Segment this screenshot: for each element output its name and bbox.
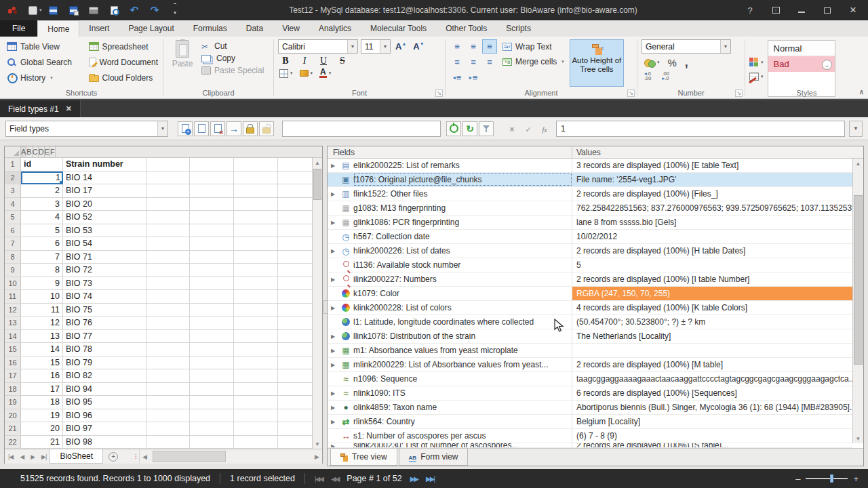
- cell-e[interactable]: [234, 304, 278, 317]
- cell-a[interactable]: 13: [21, 330, 63, 344]
- style-preset[interactable]: Normal: [768, 41, 835, 56]
- font-dialog-launcher[interactable]: ↘: [435, 89, 443, 97]
- accept-formula-button[interactable]: [521, 121, 536, 136]
- cell-d[interactable]: [190, 409, 234, 423]
- shortcut-item[interactable]: Table View ▾: [5, 39, 83, 54]
- row-header[interactable]: 8: [5, 251, 21, 264]
- last-sheet-icon[interactable]: ▶|: [38, 453, 50, 460]
- field-value[interactable]: 3 records are displayed (100%) [E table …: [572, 159, 852, 172]
- lock-record-button[interactable]: [243, 121, 258, 136]
- cell-d[interactable]: [190, 158, 234, 171]
- zoom-in-icon[interactable]: +: [853, 474, 859, 484]
- window-control-button[interactable]: [745, 5, 755, 16]
- row-header[interactable]: 21: [5, 422, 21, 436]
- ribbon-tab[interactable]: Page Layout: [119, 20, 183, 37]
- cell-a[interactable]: 17: [21, 383, 63, 396]
- fields-column-header[interactable]: Fields: [328, 146, 572, 158]
- cell-f[interactable]: [278, 211, 312, 224]
- zoom-slider[interactable]: [806, 478, 848, 479]
- unlock-record-button[interactable]: [259, 121, 274, 136]
- field-row[interactable]: ▶ flink1522: Other files 2 records are d…: [328, 187, 852, 201]
- first-sheet-icon[interactable]: |◀: [5, 453, 16, 460]
- cell-a[interactable]: 19: [21, 409, 63, 423]
- field-value[interactable]: 10/02/2012: [572, 230, 852, 243]
- cell-a[interactable]: 6: [21, 237, 63, 251]
- cell-e[interactable]: [234, 409, 278, 423]
- row-header[interactable]: 2: [5, 171, 21, 185]
- decrease-decimal-button[interactable]: .00▸.0: [662, 71, 669, 81]
- cell-e[interactable]: [234, 171, 278, 185]
- wrap-text-button[interactable]: Wrap Text: [502, 42, 564, 52]
- expand-arrow-icon[interactable]: ▶: [328, 405, 338, 411]
- cell-b[interactable]: BIO 76: [63, 317, 146, 330]
- cell-b[interactable]: BIO 78: [63, 343, 146, 357]
- clipboard-item[interactable]: Copy: [201, 54, 264, 63]
- cell-d[interactable]: [190, 357, 234, 370]
- qat-button[interactable]: [87, 3, 100, 17]
- field-value[interactable]: 5: [572, 258, 852, 272]
- field-row[interactable]: ▶ mlink2000229: List of Absorbance value…: [328, 358, 852, 372]
- cell-b[interactable]: BIO 77: [63, 330, 146, 344]
- cell-b[interactable]: BIO 14: [63, 171, 146, 185]
- qat-button[interactable]: [107, 3, 121, 17]
- ribbon-tab[interactable]: Molecular Tools: [361, 20, 436, 37]
- cell-c[interactable]: [146, 422, 190, 436]
- expand-arrow-icon[interactable]: ▶: [328, 191, 338, 197]
- field-value[interactable]: 2 records are displayed (100%) [Files_]: [572, 187, 852, 201]
- borders-button[interactable]: ▾: [279, 69, 293, 78]
- shortcut-item[interactable]: History ▾: [5, 70, 83, 85]
- cell-c[interactable]: [146, 317, 190, 330]
- cell-f[interactable]: [278, 304, 312, 317]
- cell-e[interactable]: [234, 317, 278, 330]
- cell-d[interactable]: [190, 264, 234, 277]
- cell-f[interactable]: [278, 436, 312, 449]
- ribbon-tab[interactable]: Insert: [79, 20, 119, 37]
- grid-horizontal-scrollbar[interactable]: ◀ ▶: [139, 449, 322, 464]
- field-value[interactable]: [572, 344, 852, 357]
- scroll-down-icon[interactable]: ▼: [856, 434, 861, 443]
- cell-e[interactable]: [234, 396, 278, 409]
- cell-e[interactable]: [234, 290, 278, 304]
- cell-e[interactable]: [234, 264, 278, 277]
- field-row[interactable]: ▶ l1: Latitude, longitude coordinates wh…: [328, 315, 852, 329]
- cell-e[interactable]: [234, 383, 278, 396]
- ribbon-tab[interactable]: File: [0, 20, 37, 37]
- alignment-dialog-launcher[interactable]: ↘: [627, 89, 635, 97]
- cell-a[interactable]: 10: [21, 290, 63, 304]
- field-value[interactable]: (50.454700°; 30.523800°; ?) ± ? km: [572, 315, 852, 329]
- ribbon-tab[interactable]: View: [273, 20, 309, 37]
- expand-arrow-icon[interactable]: ▶: [328, 277, 338, 283]
- row-header[interactable]: 16: [5, 357, 21, 370]
- collapse-ribbon-icon[interactable]: ∧: [859, 88, 864, 96]
- cell-c[interactable]: [146, 264, 190, 277]
- field-row[interactable]: ▶ klink2000228: List of colors 4 records…: [328, 301, 852, 315]
- cell-d[interactable]: [190, 422, 234, 436]
- strikethrough-button[interactable]: S: [338, 56, 347, 66]
- field-value[interactable]: 2 records are displayed (100%) [I table …: [572, 272, 852, 286]
- field-row[interactable]: ▶ s1: Number of ascospores per ascus (6)…: [328, 429, 852, 443]
- cell-c[interactable]: [146, 396, 190, 409]
- cell-e[interactable]: [234, 357, 278, 370]
- field-value[interactable]: Abortiporus biennis (Bull.) Singer, Myco…: [572, 401, 852, 414]
- fields-vertical-scrollbar[interactable]: ▲ ▼: [852, 159, 863, 443]
- row-header[interactable]: 1: [5, 158, 21, 171]
- cell-e[interactable]: [234, 211, 278, 224]
- cell-a[interactable]: 1: [21, 171, 63, 185]
- field-row[interactable]: ▶ g1083: M13 fingerprinting 762.25842285…: [328, 201, 852, 216]
- column-header[interactable]: F: [50, 146, 56, 157]
- field-value[interactable]: 762.258422851563; 837.276000976563; 939.…: [572, 201, 852, 215]
- field-row[interactable]: ▶ ilink2000227: Numbers 2 records are di…: [328, 272, 852, 287]
- zoom-out-icon[interactable]: –: [795, 474, 800, 484]
- column-header[interactable]: A: [21, 146, 26, 157]
- column-header[interactable]: C: [33, 146, 39, 157]
- row-header[interactable]: 12: [5, 304, 21, 317]
- scroll-up-icon[interactable]: ▲: [315, 158, 320, 167]
- clipboard-item[interactable]: Paste Special: [201, 66, 264, 75]
- cell-c[interactable]: [146, 184, 190, 198]
- cell-b[interactable]: BIO 96: [63, 409, 146, 423]
- field-row[interactable]: ▶ i1136: Available stock number 5: [328, 258, 852, 272]
- cell-b[interactable]: BIO 73: [63, 277, 146, 291]
- tab-splitter-handle[interactable]: ⋮: [133, 453, 139, 460]
- grid-vertical-scrollbar[interactable]: ▲ ▼: [312, 158, 322, 449]
- document-tab[interactable]: Field types #1 ✕: [0, 100, 81, 117]
